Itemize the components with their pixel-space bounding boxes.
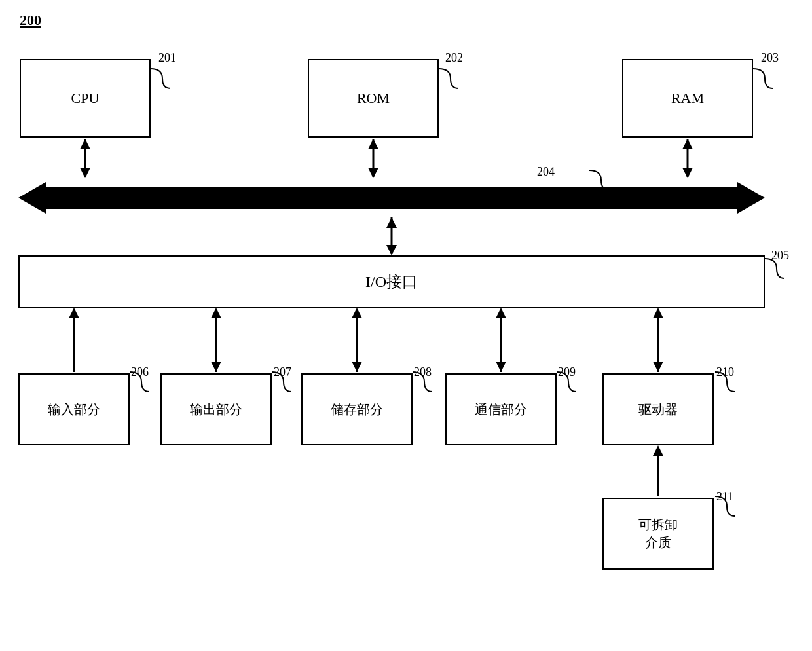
svg-marker-9 [18,182,46,214]
ref-209: 209 [558,365,576,379]
removable-box: 可拆卸 介质 [602,498,714,570]
ref-205: 205 [771,249,789,263]
svg-marker-8 [682,168,693,178]
output-box: 输出部分 [160,373,272,445]
ref-208: 208 [414,365,432,379]
cpu-box: CPU [20,59,151,138]
ram-box: RAM [622,59,753,138]
rom-label: ROM [357,90,390,107]
driver-label: 驱动器 [638,401,678,418]
ref-211: 211 [716,490,733,504]
driver-box: 驱动器 [602,373,714,445]
io-label: I/O接口 [365,271,418,292]
ref-207: 207 [274,365,291,379]
figure-label: 200 [20,12,41,29]
svg-marker-1 [80,139,90,149]
svg-marker-13 [386,217,397,228]
svg-marker-16 [69,308,79,318]
svg-marker-22 [352,362,362,372]
svg-marker-4 [368,139,378,149]
input-label: 输入部分 [48,401,100,418]
rom-box: ROM [308,59,439,138]
ref-202: 202 [445,51,463,65]
ref-206: 206 [131,365,149,379]
cpu-label: CPU [71,90,100,107]
ref-210: 210 [716,365,734,379]
svg-rect-11 [43,187,741,209]
ref-204: 204 [537,165,555,179]
svg-marker-10 [737,182,765,214]
diagram: 200 CPU 201 ROM 202 RAM 203 204 I/O接口 20… [0,0,812,651]
svg-marker-7 [682,139,693,149]
svg-marker-5 [368,168,378,178]
svg-marker-21 [352,308,362,318]
svg-marker-19 [211,362,221,372]
ram-label: RAM [671,90,704,107]
svg-marker-2 [80,168,90,178]
comm-label: 通信部分 [475,401,527,418]
removable-label: 可拆卸 介质 [638,516,678,551]
comm-box: 通信部分 [445,373,557,445]
output-label: 输出部分 [190,401,242,418]
storage-box: 储存部分 [301,373,413,445]
svg-marker-14 [386,245,397,255]
io-box: I/O接口 [18,255,765,308]
svg-marker-28 [653,362,663,372]
ref-201: 201 [158,51,176,65]
svg-marker-25 [496,362,506,372]
storage-label: 储存部分 [331,401,383,418]
svg-marker-30 [653,445,663,456]
input-box: 输入部分 [18,373,130,445]
ref-203: 203 [761,51,779,65]
svg-marker-18 [211,308,221,318]
svg-marker-24 [496,308,506,318]
svg-marker-27 [653,308,663,318]
